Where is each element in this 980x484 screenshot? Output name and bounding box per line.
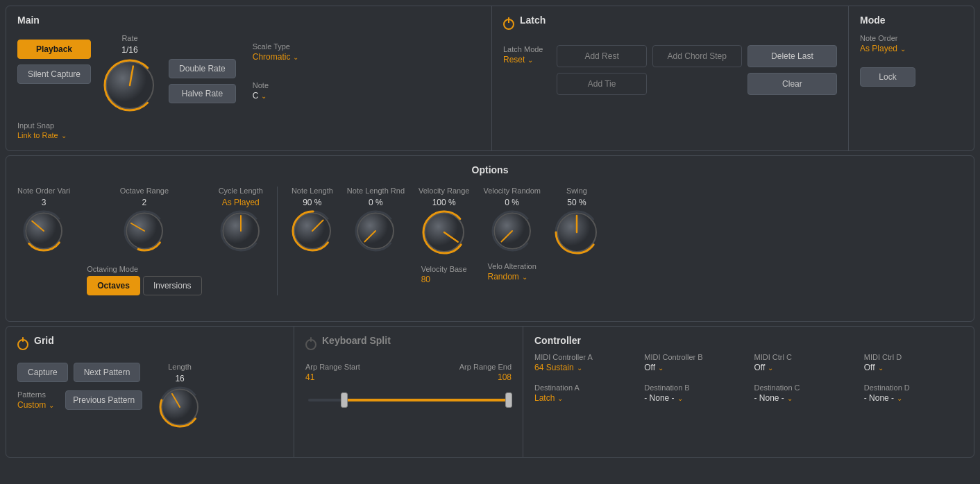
scale-type-arrow-icon: ⌄ (293, 53, 298, 61)
grid-length-knob[interactable] (159, 386, 201, 430)
range-thumb-start[interactable] (341, 392, 348, 408)
dest-d-value: - None - (864, 393, 894, 403)
note-order-vari-value: 3 (42, 198, 47, 207)
length-label: Length (168, 363, 192, 371)
input-snap-label: Input Snap (17, 121, 67, 130)
velo-alteration-value: Random (488, 272, 519, 282)
silent-capture-button[interactable]: Silent Capture (17, 64, 91, 84)
add-chord-step-button[interactable]: Add Chord Step (652, 45, 742, 67)
dest-b-label: Destination B (644, 383, 743, 392)
dest-a-label: Destination A (534, 383, 633, 392)
note-value: C (253, 91, 259, 101)
dest-b-arrow-icon: ⌄ (677, 395, 683, 402)
cycle-length-label: Cycle Length (219, 187, 263, 195)
velocity-range-knob[interactable] (422, 210, 466, 257)
rate-knob[interactable] (102, 58, 158, 115)
swing-value: 50 % (567, 198, 586, 207)
latch-power-icon[interactable] (503, 19, 514, 30)
velo-alteration-arrow-icon: ⌄ (522, 273, 527, 281)
scale-type-label: Scale Type (253, 42, 299, 51)
arp-range-start-label: Arp Range Start (305, 363, 360, 371)
octave-range-label: Octave Range (120, 187, 169, 195)
midi-b-label: MIDI Controller B (644, 353, 743, 361)
playback-button[interactable]: Playback (17, 40, 91, 59)
patterns-arrow-icon: ⌄ (49, 401, 54, 409)
velocity-base-label: Velocity Base (421, 265, 467, 273)
octave-range-value: 2 (142, 198, 147, 207)
note-length-value: 90 % (303, 198, 321, 207)
keyboard-range-slider[interactable] (308, 399, 509, 401)
grid-title: Grid (34, 335, 54, 346)
arp-range-end-value: 108 (498, 372, 512, 382)
note-label: Note (253, 81, 299, 89)
midi-a-arrow-icon: ⌄ (577, 364, 582, 372)
dest-d-label: Destination D (864, 383, 963, 392)
midi-c-value: Off (754, 363, 766, 372)
inversions-button[interactable]: Inversions (143, 276, 202, 295)
next-pattern-button[interactable]: Next Pattern (74, 363, 141, 382)
velocity-range-label: Velocity Range (419, 187, 469, 195)
dest-a-value: Latch (534, 393, 555, 403)
keyboard-power-icon[interactable] (305, 339, 316, 350)
cycle-length-knob[interactable] (220, 210, 262, 254)
note-length-rnd-value: 0 % (369, 198, 383, 207)
midi-b-value: Off (644, 363, 655, 372)
patterns-value: Custom (17, 400, 46, 410)
note-length-rnd-knob[interactable] (355, 210, 396, 254)
scale-type-value: Chromatic (253, 52, 291, 62)
cycle-length-value: As Played (222, 198, 260, 207)
arp-range-start-value: 41 (305, 372, 360, 382)
keyboard-title: Keyboard Split (322, 335, 391, 346)
octave-range-knob[interactable] (124, 210, 165, 254)
note-length-knob[interactable] (292, 210, 333, 254)
capture-button[interactable]: Capture (17, 363, 68, 382)
midi-a-value: 64 Sustain (534, 363, 574, 372)
velocity-random-value: 0 % (505, 198, 519, 207)
note-order-vari-knob[interactable] (23, 210, 65, 254)
double-rate-button[interactable]: Double Rate (169, 59, 236, 78)
latch-title: Latch (520, 15, 546, 26)
grid-power-icon[interactable] (17, 339, 28, 350)
dest-b-value: - None - (644, 393, 674, 403)
midi-c-arrow-icon: ⌄ (768, 364, 773, 372)
length-value: 16 (175, 374, 184, 383)
octaves-button[interactable]: Octaves (87, 276, 140, 295)
dest-d-arrow-icon: ⌄ (897, 395, 902, 402)
arp-range-end-label: Arp Range End (459, 363, 512, 371)
latch-mode-arrow-icon: ⌄ (527, 56, 533, 64)
delete-last-button[interactable]: Delete Last (747, 45, 837, 67)
swing-knob[interactable] (555, 210, 599, 257)
controller-title: Controller (534, 335, 963, 346)
input-snap-arrow-icon: ⌄ (61, 132, 67, 139)
previous-pattern-button[interactable]: Previous Pattern (65, 390, 142, 410)
midi-b-arrow-icon: ⌄ (658, 364, 664, 372)
midi-c-label: MIDI Ctrl C (754, 353, 853, 361)
midi-d-value: Off (864, 363, 875, 372)
clear-button[interactable]: Clear (747, 73, 837, 95)
lock-button[interactable]: Lock (860, 67, 915, 87)
input-snap-value: Link to Rate (17, 131, 58, 139)
note-order-label: Note Order (860, 34, 963, 42)
velocity-base-value: 80 (421, 275, 467, 284)
note-arrow-icon: ⌄ (261, 92, 267, 100)
options-title: Options (17, 164, 963, 175)
dest-c-arrow-icon: ⌄ (787, 395, 793, 402)
dest-c-value: - None - (754, 393, 784, 403)
add-rest-button[interactable]: Add Rest (557, 45, 646, 67)
mode-title: Mode (860, 15, 963, 26)
dest-a-arrow-icon: ⌄ (557, 395, 563, 402)
dest-c-label: Destination C (754, 383, 853, 392)
swing-label: Swing (566, 187, 587, 195)
add-tie-button[interactable]: Add Tie (557, 73, 646, 95)
rate-label: Rate (121, 34, 137, 42)
halve-rate-button[interactable]: Halve Rate (169, 84, 236, 103)
latch-mode-label: Latch Mode (503, 45, 543, 53)
velo-alteration-label: Velo Alteration (488, 262, 537, 270)
octaving-mode-label: Octaving Mode (87, 265, 201, 273)
velocity-range-value: 100 % (432, 198, 456, 207)
note-length-label: Note Length (292, 187, 333, 195)
range-thumb-end[interactable] (505, 392, 512, 408)
velocity-random-knob[interactable] (491, 210, 533, 254)
midi-d-arrow-icon: ⌄ (878, 364, 884, 372)
note-order-arrow-icon: ⌄ (900, 45, 906, 53)
